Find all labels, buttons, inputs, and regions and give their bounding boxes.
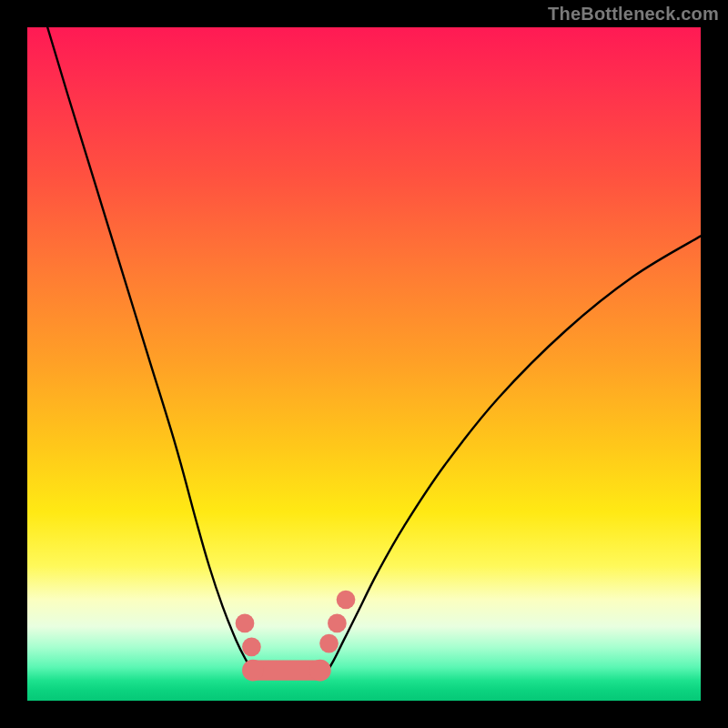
bottleneck-curve-right xyxy=(324,236,701,677)
curve-marker-dot xyxy=(236,614,255,633)
plot-area xyxy=(27,27,701,701)
bottom-bar-cap xyxy=(242,660,264,682)
watermark-text: TheBottleneck.com xyxy=(548,4,719,25)
curve-marker-dot xyxy=(319,634,339,653)
curve-marker-dot xyxy=(242,637,261,656)
chart-stage: TheBottleneck.com xyxy=(0,0,728,728)
bottleneck-curve-left xyxy=(47,27,256,677)
bottom-bar-cap xyxy=(309,660,331,682)
curve-marker-dot xyxy=(328,614,347,633)
curve-layer xyxy=(27,27,701,701)
bottom-bar xyxy=(242,660,331,682)
curve-markers xyxy=(236,591,356,657)
curve-marker-dot xyxy=(337,591,356,610)
